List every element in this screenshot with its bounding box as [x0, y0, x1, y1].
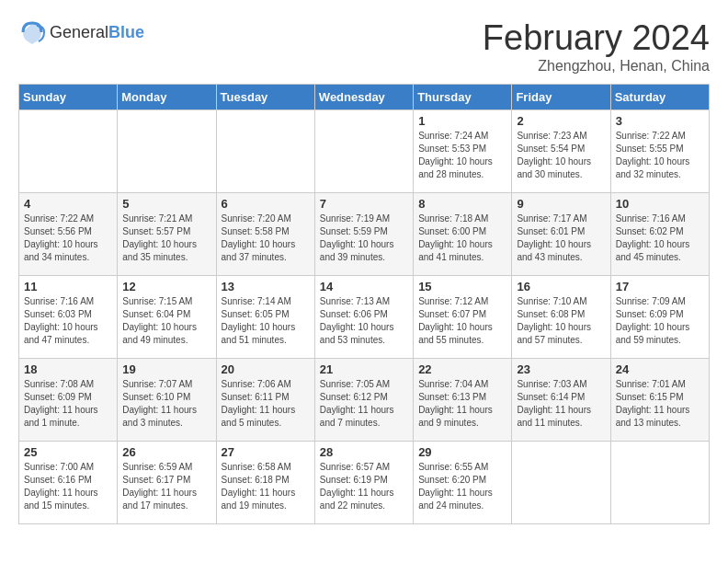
calendar-cell: 23Sunrise: 7:03 AM Sunset: 6:14 PM Dayli…	[512, 359, 610, 442]
logo-blue: Blue	[108, 23, 144, 41]
calendar-cell: 9Sunrise: 7:17 AM Sunset: 6:01 PM Daylig…	[512, 193, 610, 276]
day-number: 25	[24, 445, 112, 459]
day-number: 2	[517, 114, 605, 128]
calendar-body: 1Sunrise: 7:24 AM Sunset: 5:53 PM Daylig…	[19, 110, 710, 524]
day-number: 19	[122, 362, 210, 376]
cell-content: Sunrise: 7:10 AM Sunset: 6:08 PM Dayligh…	[517, 295, 605, 347]
logo-icon	[18, 18, 46, 46]
calendar-cell: 13Sunrise: 7:14 AM Sunset: 6:05 PM Dayli…	[216, 276, 314, 359]
day-number: 24	[616, 362, 704, 376]
day-number: 12	[122, 280, 210, 293]
calendar-cell	[19, 110, 118, 193]
calendar-cell: 28Sunrise: 6:57 AM Sunset: 6:19 PM Dayli…	[314, 442, 413, 524]
day-number: 1	[418, 114, 506, 128]
header-friday: Friday	[512, 85, 610, 110]
calendar-cell: 2Sunrise: 7:23 AM Sunset: 5:54 PM Daylig…	[512, 110, 610, 193]
calendar-cell: 4Sunrise: 7:22 AM Sunset: 5:56 PM Daylig…	[19, 193, 118, 276]
location: Zhengzhou, Henan, China	[483, 58, 710, 75]
day-number: 20	[222, 362, 310, 376]
cell-content: Sunrise: 6:55 AM Sunset: 6:20 PM Dayligh…	[418, 461, 506, 512]
title-block: February 2024 Zhengzhou, Henan, China	[483, 18, 710, 75]
cell-content: Sunrise: 7:08 AM Sunset: 6:09 PM Dayligh…	[24, 378, 112, 430]
day-number: 18	[24, 362, 112, 376]
cell-content: Sunrise: 7:14 AM Sunset: 6:05 PM Dayligh…	[222, 295, 310, 347]
logo-text: GeneralBlue	[50, 23, 144, 42]
calendar-cell: 6Sunrise: 7:20 AM Sunset: 5:58 PM Daylig…	[216, 193, 314, 276]
calendar-cell: 14Sunrise: 7:13 AM Sunset: 6:06 PM Dayli…	[314, 276, 413, 359]
calendar-cell: 1Sunrise: 7:24 AM Sunset: 5:53 PM Daylig…	[414, 110, 512, 193]
day-number: 3	[616, 114, 704, 128]
week-row-2: 11Sunrise: 7:16 AM Sunset: 6:03 PM Dayli…	[19, 276, 710, 359]
header-saturday: Saturday	[610, 85, 709, 110]
day-number: 28	[320, 445, 408, 459]
day-number: 4	[24, 197, 112, 211]
header-sunday: Sunday	[19, 85, 118, 110]
day-number: 7	[320, 197, 408, 211]
calendar-cell: 11Sunrise: 7:16 AM Sunset: 6:03 PM Dayli…	[19, 276, 118, 359]
day-number: 17	[616, 280, 704, 293]
day-number: 10	[616, 197, 704, 211]
cell-content: Sunrise: 7:00 AM Sunset: 6:16 PM Dayligh…	[24, 461, 112, 512]
cell-content: Sunrise: 7:07 AM Sunset: 6:10 PM Dayligh…	[122, 378, 210, 430]
calendar-cell: 19Sunrise: 7:07 AM Sunset: 6:10 PM Dayli…	[118, 359, 216, 442]
calendar-cell	[512, 442, 610, 524]
calendar-cell: 22Sunrise: 7:04 AM Sunset: 6:13 PM Dayli…	[414, 359, 512, 442]
week-row-3: 18Sunrise: 7:08 AM Sunset: 6:09 PM Dayli…	[19, 359, 710, 442]
cell-content: Sunrise: 7:06 AM Sunset: 6:11 PM Dayligh…	[222, 378, 310, 430]
week-row-0: 1Sunrise: 7:24 AM Sunset: 5:53 PM Daylig…	[19, 110, 710, 193]
cell-content: Sunrise: 7:12 AM Sunset: 6:07 PM Dayligh…	[418, 295, 506, 347]
calendar-cell: 27Sunrise: 6:58 AM Sunset: 6:18 PM Dayli…	[216, 442, 314, 524]
day-number: 22	[418, 362, 506, 376]
calendar-cell: 18Sunrise: 7:08 AM Sunset: 6:09 PM Dayli…	[19, 359, 118, 442]
calendar-cell: 24Sunrise: 7:01 AM Sunset: 6:15 PM Dayli…	[610, 359, 709, 442]
cell-content: Sunrise: 7:13 AM Sunset: 6:06 PM Dayligh…	[320, 295, 408, 347]
header-tuesday: Tuesday	[216, 85, 314, 110]
calendar-cell: 5Sunrise: 7:21 AM Sunset: 5:57 PM Daylig…	[118, 193, 216, 276]
cell-content: Sunrise: 7:05 AM Sunset: 6:12 PM Dayligh…	[320, 378, 408, 430]
day-number: 16	[517, 280, 605, 293]
day-number: 21	[320, 362, 408, 376]
calendar-cell: 8Sunrise: 7:18 AM Sunset: 6:00 PM Daylig…	[414, 193, 512, 276]
logo-general: General	[50, 23, 108, 41]
cell-content: Sunrise: 6:59 AM Sunset: 6:17 PM Dayligh…	[122, 461, 210, 512]
cell-content: Sunrise: 7:24 AM Sunset: 5:53 PM Dayligh…	[418, 130, 506, 181]
calendar-cell: 26Sunrise: 6:59 AM Sunset: 6:17 PM Dayli…	[118, 442, 216, 524]
cell-content: Sunrise: 7:22 AM Sunset: 5:55 PM Dayligh…	[616, 130, 704, 181]
cell-content: Sunrise: 7:04 AM Sunset: 6:13 PM Dayligh…	[418, 378, 506, 430]
cell-content: Sunrise: 7:16 AM Sunset: 6:03 PM Dayligh…	[24, 295, 112, 347]
day-number: 27	[222, 445, 310, 459]
day-number: 15	[418, 280, 506, 293]
logo: GeneralBlue	[18, 18, 144, 46]
cell-content: Sunrise: 7:03 AM Sunset: 6:14 PM Dayligh…	[517, 378, 605, 430]
week-row-1: 4Sunrise: 7:22 AM Sunset: 5:56 PM Daylig…	[19, 193, 710, 276]
calendar-header: SundayMondayTuesdayWednesdayThursdayFrid…	[19, 85, 710, 110]
calendar-cell: 16Sunrise: 7:10 AM Sunset: 6:08 PM Dayli…	[512, 276, 610, 359]
cell-content: Sunrise: 7:09 AM Sunset: 6:09 PM Dayligh…	[616, 295, 704, 347]
header-thursday: Thursday	[414, 85, 512, 110]
header-row: SundayMondayTuesdayWednesdayThursdayFrid…	[19, 85, 710, 110]
calendar-cell	[314, 110, 413, 193]
cell-content: Sunrise: 7:18 AM Sunset: 6:00 PM Dayligh…	[418, 213, 506, 264]
day-number: 11	[24, 280, 112, 293]
cell-content: Sunrise: 7:20 AM Sunset: 5:58 PM Dayligh…	[222, 213, 310, 264]
header-wednesday: Wednesday	[314, 85, 413, 110]
day-number: 14	[320, 280, 408, 293]
day-number: 29	[418, 445, 506, 459]
calendar-cell: 7Sunrise: 7:19 AM Sunset: 5:59 PM Daylig…	[314, 193, 413, 276]
cell-content: Sunrise: 7:19 AM Sunset: 5:59 PM Dayligh…	[320, 213, 408, 264]
cell-content: Sunrise: 7:15 AM Sunset: 6:04 PM Dayligh…	[122, 295, 210, 347]
calendar-cell	[216, 110, 314, 193]
header-monday: Monday	[118, 85, 216, 110]
day-number: 8	[418, 197, 506, 211]
calendar-cell: 12Sunrise: 7:15 AM Sunset: 6:04 PM Dayli…	[118, 276, 216, 359]
day-number: 5	[122, 197, 210, 211]
cell-content: Sunrise: 7:16 AM Sunset: 6:02 PM Dayligh…	[616, 213, 704, 264]
calendar-cell: 10Sunrise: 7:16 AM Sunset: 6:02 PM Dayli…	[610, 193, 709, 276]
calendar-cell	[118, 110, 216, 193]
cell-content: Sunrise: 7:23 AM Sunset: 5:54 PM Dayligh…	[517, 130, 605, 181]
page-header: GeneralBlue February 2024 Zhengzhou, Hen…	[18, 18, 710, 75]
calendar-cell: 17Sunrise: 7:09 AM Sunset: 6:09 PM Dayli…	[610, 276, 709, 359]
cell-content: Sunrise: 7:17 AM Sunset: 6:01 PM Dayligh…	[517, 213, 605, 264]
cell-content: Sunrise: 6:57 AM Sunset: 6:19 PM Dayligh…	[320, 461, 408, 512]
calendar-table: SundayMondayTuesdayWednesdayThursdayFrid…	[18, 84, 710, 524]
